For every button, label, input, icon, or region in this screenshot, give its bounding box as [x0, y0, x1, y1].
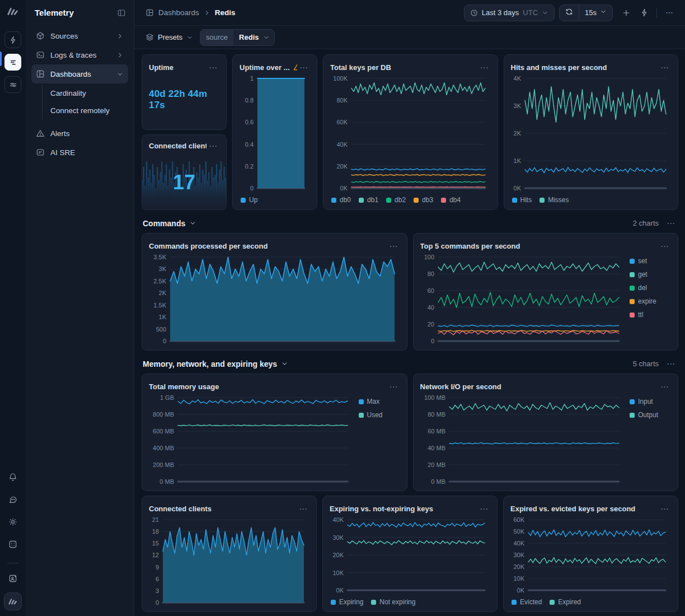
chevron-right-icon — [116, 32, 124, 40]
time-range-button[interactable]: Last 3 days UTC — [464, 4, 555, 21]
card-menu-button[interactable]: ⋯ — [477, 503, 490, 514]
section-menu-button[interactable]: ⋯ — [664, 358, 677, 369]
card-menu-button[interactable]: ⋯ — [478, 62, 491, 73]
section-title-label: Memory, network, and expiring keys — [143, 360, 277, 368]
feedback-chat-icon[interactable] — [4, 491, 21, 508]
svg-text:20K: 20K — [336, 163, 348, 170]
card-menu-button[interactable]: ⋯ — [297, 62, 310, 73]
commands-processed-chart[interactable]: 05001K1.5K2K2.5K3K3.5K — [149, 253, 400, 346]
notifications-bell-icon[interactable] — [4, 469, 21, 486]
expiring-keys-chart[interactable]: 0K10K20K30K40K — [330, 515, 490, 595]
chevron-down-icon — [281, 360, 288, 367]
total-keys-legend: db0db1db2db3db4 — [330, 193, 491, 205]
legend-item[interactable]: Max — [359, 398, 380, 405]
theme-sun-icon[interactable] — [4, 514, 21, 530]
svg-text:80 MB: 80 MB — [428, 411, 445, 418]
presets-button[interactable]: Presets — [146, 33, 193, 41]
sidebar-item-alerts[interactable]: Alerts — [31, 124, 128, 143]
legend-item[interactable]: db4 — [441, 196, 461, 204]
refresh-interval-select[interactable]: 15s — [579, 5, 612, 21]
source-filter-pill[interactable]: source Redis — [200, 29, 274, 46]
legend-item[interactable]: db0 — [331, 196, 351, 204]
total-memory-chart[interactable]: 0 MB200 MB400 MB600 MB800 MB1 GB — [149, 393, 353, 486]
total-keys-chart[interactable]: 0K20K40K60K80K100K — [330, 74, 491, 193]
legend-item[interactable]: db1 — [359, 196, 378, 204]
legend-item[interactable]: Input — [630, 398, 653, 405]
rail-divider — [7, 563, 18, 563]
legend-item[interactable]: Evicted — [512, 598, 542, 606]
svg-text:400 MB: 400 MB — [153, 445, 174, 451]
card-menu-button[interactable]: ⋯ — [297, 503, 309, 514]
sidebar-item-logs-traces[interactable]: Logs & traces — [31, 45, 128, 64]
uptime-over-time-chart[interactable]: 10.80.60.40.20 — [240, 74, 310, 193]
logs-icon[interactable] — [4, 54, 21, 71]
section-menu-button[interactable]: ⋯ — [664, 218, 677, 228]
card-menu-button[interactable]: ⋯ — [658, 381, 671, 392]
commands-section-toggle[interactable]: Commands — [143, 219, 196, 228]
connected-clients-chart[interactable]: 036912151821 — [149, 515, 309, 607]
legend-item[interactable]: Misses — [539, 196, 569, 204]
legend-item[interactable]: Expired — [550, 598, 581, 606]
legend-item[interactable]: Up — [241, 196, 257, 204]
legend-item[interactable]: ttl — [630, 311, 643, 319]
expired-evicted-chart[interactable]: 0K10K20K30K40K50K60K — [510, 515, 671, 595]
legend-item[interactable]: Output — [630, 411, 658, 419]
chart-title: Uptime over ... — [240, 63, 290, 72]
network-io-chart[interactable]: 0 MB20 MB40 MB60 MB80 MB100 MB — [420, 393, 625, 486]
legend-item[interactable]: Used — [359, 411, 383, 419]
top5-commands-chart[interactable]: 020406080100 — [420, 253, 625, 346]
svg-text:60 MB: 60 MB — [428, 428, 445, 435]
sidebar-item-cardinality[interactable]: Cardinality — [43, 85, 128, 102]
card-menu-button[interactable]: ⋯ — [658, 241, 671, 251]
warning-icon[interactable] — [293, 63, 297, 71]
chevron-down-icon — [116, 71, 124, 78]
breadcrumb: Dashboards Redis — [146, 8, 236, 17]
svg-text:800 MB: 800 MB — [153, 411, 174, 418]
svg-text:3: 3 — [156, 587, 159, 594]
org-avatar[interactable] — [4, 592, 22, 610]
card-menu-button[interactable]: ⋯ — [658, 503, 671, 514]
legend-item[interactable]: Not expiring — [371, 598, 415, 606]
breadcrumb-section[interactable]: Dashboards — [158, 8, 199, 17]
legend-item[interactable]: Hits — [512, 196, 532, 204]
svg-text:20K: 20K — [513, 563, 524, 570]
connected-clients-mini-card: Connected clients ⋯ 17 — [142, 134, 227, 210]
main-area: Dashboards Redis Last 3 days UTC 15s — [134, 0, 685, 616]
card-menu-button[interactable]: ⋯ — [207, 141, 219, 151]
sidebar-item-ai-sre[interactable]: AI SRE — [31, 143, 128, 162]
card-menu-button[interactable]: ⋯ — [387, 241, 400, 251]
svg-text:0.6: 0.6 — [245, 119, 254, 125]
invite-user-icon[interactable] — [4, 570, 21, 587]
svg-text:40K: 40K — [332, 516, 344, 523]
card-menu-button[interactable]: ⋯ — [387, 381, 400, 392]
top5-commands-card: Top 5 commands per second ⋯ 020406080100… — [413, 233, 679, 351]
sidebar-item-dashboards[interactable]: Dashboards — [31, 64, 128, 83]
svg-text:3.5K: 3.5K — [153, 254, 166, 260]
legend-item[interactable]: db3 — [414, 196, 433, 204]
card-menu-button[interactable]: ⋯ — [207, 62, 219, 73]
sliders-icon[interactable] — [4, 76, 21, 93]
hits-misses-chart[interactable]: 0K1K2K3K4K — [511, 74, 672, 193]
legend-item[interactable]: expire — [630, 297, 656, 305]
sidebar-item-connect-remotely[interactable]: Connect remotely — [43, 102, 128, 119]
zap-button[interactable] — [636, 5, 652, 21]
command-palette-icon[interactable] — [4, 536, 21, 553]
chevron-down-icon — [542, 10, 548, 16]
legend-item[interactable]: set — [630, 257, 647, 265]
more-menu-button[interactable]: ⋯ — [661, 5, 677, 21]
memory-section-toggle[interactable]: Memory, network, and expiring keys — [143, 360, 288, 368]
svg-text:1.5K: 1.5K — [153, 302, 166, 309]
legend-item[interactable]: Expiring — [331, 598, 363, 606]
legend-item[interactable]: del — [630, 284, 647, 292]
sidebar-item-sources[interactable]: Sources — [31, 26, 128, 45]
refresh-button[interactable] — [560, 5, 579, 21]
card-menu-button[interactable]: ⋯ — [658, 62, 671, 73]
chart-title: Top 5 commands per second — [420, 242, 520, 250]
add-chart-button[interactable] — [618, 5, 634, 21]
flows-icon[interactable] — [4, 31, 21, 48]
collapse-sidebar-icon[interactable] — [117, 8, 126, 17]
svg-text:80: 80 — [427, 270, 434, 277]
svg-text:10K: 10K — [513, 575, 524, 582]
legend-item[interactable]: get — [630, 270, 648, 278]
legend-item[interactable]: db2 — [386, 196, 406, 204]
